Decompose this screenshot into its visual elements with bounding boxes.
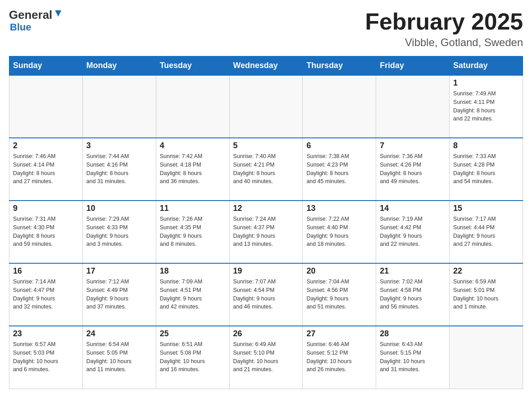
day-info: Sunrise: 7:14 AM Sunset: 4:47 PM Dayligh…: [13, 278, 79, 311]
calendar-cell: [376, 75, 450, 138]
calendar-cell: 6Sunrise: 7:38 AM Sunset: 4:23 PM Daylig…: [303, 138, 376, 201]
weekday-header-tuesday: Tuesday: [156, 56, 229, 76]
logo: General Blue: [9, 9, 63, 33]
calendar-cell: 20Sunrise: 7:04 AM Sunset: 4:56 PM Dayli…: [303, 263, 376, 326]
calendar-cell: 22Sunrise: 6:59 AM Sunset: 5:01 PM Dayli…: [450, 263, 523, 326]
calendar-cell: 15Sunrise: 7:17 AM Sunset: 4:44 PM Dayli…: [450, 201, 523, 263]
day-info: Sunrise: 7:38 AM Sunset: 4:23 PM Dayligh…: [306, 152, 372, 186]
day-info: Sunrise: 6:54 AM Sunset: 5:05 PM Dayligh…: [86, 340, 152, 374]
calendar-body: 1Sunrise: 7:49 AM Sunset: 4:11 PM Daylig…: [9, 75, 523, 389]
calendar-title: February 2025: [365, 9, 523, 34]
day-info: Sunrise: 7:33 AM Sunset: 4:28 PM Dayligh…: [453, 152, 519, 186]
calendar-cell: 5Sunrise: 7:40 AM Sunset: 4:21 PM Daylig…: [229, 138, 303, 201]
day-number: 18: [160, 266, 226, 276]
calendar-cell: 25Sunrise: 6:51 AM Sunset: 5:08 PM Dayli…: [156, 326, 229, 389]
calendar-cell: 28Sunrise: 6:43 AM Sunset: 5:15 PM Dayli…: [376, 326, 450, 389]
day-number: 27: [306, 329, 372, 338]
day-number: 4: [160, 141, 226, 150]
calendar-cell: 4Sunrise: 7:42 AM Sunset: 4:18 PM Daylig…: [156, 138, 229, 201]
calendar-cell: 27Sunrise: 6:46 AM Sunset: 5:12 PM Dayli…: [303, 326, 376, 389]
calendar-cell: 14Sunrise: 7:19 AM Sunset: 4:42 PM Dayli…: [376, 201, 450, 263]
day-number: 13: [306, 204, 372, 213]
day-number: 7: [380, 141, 446, 150]
day-number: 9: [13, 204, 79, 213]
day-number: 24: [86, 329, 152, 338]
calendar-cell: 16Sunrise: 7:14 AM Sunset: 4:47 PM Dayli…: [9, 263, 83, 326]
day-info: Sunrise: 7:36 AM Sunset: 4:26 PM Dayligh…: [380, 152, 446, 186]
day-number: 19: [233, 266, 299, 276]
calendar-cell: 1Sunrise: 7:49 AM Sunset: 4:11 PM Daylig…: [450, 75, 523, 138]
calendar-cell: 7Sunrise: 7:36 AM Sunset: 4:26 PM Daylig…: [376, 138, 450, 201]
day-info: Sunrise: 6:49 AM Sunset: 5:10 PM Dayligh…: [233, 340, 299, 374]
calendar-table: SundayMondayTuesdayWednesdayThursdayFrid…: [9, 56, 523, 389]
weekday-header-sunday: Sunday: [9, 56, 83, 76]
day-number: 23: [13, 329, 79, 338]
day-number: 5: [233, 141, 299, 150]
day-number: 22: [453, 266, 519, 276]
svg-marker-0: [55, 10, 61, 17]
day-info: Sunrise: 7:31 AM Sunset: 4:30 PM Dayligh…: [13, 215, 79, 248]
calendar-cell: 10Sunrise: 7:29 AM Sunset: 4:33 PM Dayli…: [82, 201, 156, 263]
calendar-cell: [303, 75, 376, 138]
weekday-header-monday: Monday: [82, 56, 156, 76]
day-number: 3: [86, 141, 152, 150]
day-number: 10: [86, 204, 152, 213]
day-info: Sunrise: 7:42 AM Sunset: 4:18 PM Dayligh…: [160, 152, 226, 186]
day-info: Sunrise: 6:46 AM Sunset: 5:12 PM Dayligh…: [306, 340, 372, 374]
calendar-cell: 26Sunrise: 6:49 AM Sunset: 5:10 PM Dayli…: [229, 326, 303, 389]
day-number: 6: [306, 141, 372, 150]
day-info: Sunrise: 6:43 AM Sunset: 5:15 PM Dayligh…: [380, 340, 446, 374]
day-number: 11: [160, 204, 226, 213]
calendar-cell: 17Sunrise: 7:12 AM Sunset: 4:49 PM Dayli…: [82, 263, 156, 326]
calendar-cell: 11Sunrise: 7:26 AM Sunset: 4:35 PM Dayli…: [156, 201, 229, 263]
calendar-cell: [82, 75, 156, 138]
weekday-header-friday: Friday: [376, 56, 450, 76]
week-row-3: 9Sunrise: 7:31 AM Sunset: 4:30 PM Daylig…: [9, 201, 523, 263]
weekday-header-thursday: Thursday: [303, 56, 376, 76]
calendar-cell: 24Sunrise: 6:54 AM Sunset: 5:05 PM Dayli…: [82, 326, 156, 389]
day-info: Sunrise: 7:26 AM Sunset: 4:35 PM Dayligh…: [160, 215, 226, 248]
day-info: Sunrise: 7:07 AM Sunset: 4:54 PM Dayligh…: [233, 278, 299, 311]
day-number: 12: [233, 204, 299, 213]
logo-general: General: [9, 9, 52, 21]
calendar-cell: 2Sunrise: 7:46 AM Sunset: 4:14 PM Daylig…: [9, 138, 83, 201]
calendar-cell: [9, 75, 83, 138]
day-info: Sunrise: 7:09 AM Sunset: 4:51 PM Dayligh…: [160, 278, 226, 311]
title-block: February 2025 Vibble, Gotland, Sweden: [365, 9, 523, 49]
week-row-1: 1Sunrise: 7:49 AM Sunset: 4:11 PM Daylig…: [9, 75, 523, 138]
day-number: 2: [13, 141, 79, 150]
day-info: Sunrise: 7:04 AM Sunset: 4:56 PM Dayligh…: [306, 278, 372, 311]
day-number: 8: [453, 141, 519, 150]
calendar-cell: 12Sunrise: 7:24 AM Sunset: 4:37 PM Dayli…: [229, 201, 303, 263]
weekday-header-row: SundayMondayTuesdayWednesdayThursdayFrid…: [9, 56, 523, 76]
calendar-cell: 13Sunrise: 7:22 AM Sunset: 4:40 PM Dayli…: [303, 201, 376, 263]
calendar-cell: 23Sunrise: 6:57 AM Sunset: 5:03 PM Dayli…: [9, 326, 83, 389]
day-number: 15: [453, 204, 519, 213]
day-info: Sunrise: 7:02 AM Sunset: 4:58 PM Dayligh…: [380, 278, 446, 311]
day-number: 1: [453, 78, 519, 88]
week-row-5: 23Sunrise: 6:57 AM Sunset: 5:03 PM Dayli…: [9, 326, 523, 389]
calendar-cell: 3Sunrise: 7:44 AM Sunset: 4:16 PM Daylig…: [82, 138, 156, 201]
calendar-header: SundayMondayTuesdayWednesdayThursdayFrid…: [9, 56, 523, 76]
day-info: Sunrise: 7:12 AM Sunset: 4:49 PM Dayligh…: [86, 278, 152, 311]
calendar-cell: 18Sunrise: 7:09 AM Sunset: 4:51 PM Dayli…: [156, 263, 229, 326]
day-info: Sunrise: 7:17 AM Sunset: 4:44 PM Dayligh…: [453, 215, 519, 248]
day-info: Sunrise: 7:49 AM Sunset: 4:11 PM Dayligh…: [453, 90, 519, 123]
page-header: General Blue February 2025 Vibble, Gotla…: [9, 9, 523, 49]
calendar-cell: 8Sunrise: 7:33 AM Sunset: 4:28 PM Daylig…: [450, 138, 523, 201]
day-number: 20: [306, 266, 372, 276]
day-info: Sunrise: 6:59 AM Sunset: 5:01 PM Dayligh…: [453, 278, 519, 311]
weekday-header-wednesday: Wednesday: [229, 56, 303, 76]
day-info: Sunrise: 7:24 AM Sunset: 4:37 PM Dayligh…: [233, 215, 299, 248]
logo-blue: Blue: [10, 21, 63, 33]
day-number: 16: [13, 266, 79, 276]
calendar-cell: [229, 75, 303, 138]
calendar-cell: [156, 75, 229, 138]
calendar-cell: 19Sunrise: 7:07 AM Sunset: 4:54 PM Dayli…: [229, 263, 303, 326]
day-info: Sunrise: 7:46 AM Sunset: 4:14 PM Dayligh…: [13, 152, 79, 186]
day-number: 14: [380, 204, 446, 213]
day-number: 25: [160, 329, 226, 338]
calendar-subtitle: Vibble, Gotland, Sweden: [365, 36, 523, 49]
day-info: Sunrise: 6:51 AM Sunset: 5:08 PM Dayligh…: [160, 340, 226, 374]
day-number: 17: [86, 266, 152, 276]
